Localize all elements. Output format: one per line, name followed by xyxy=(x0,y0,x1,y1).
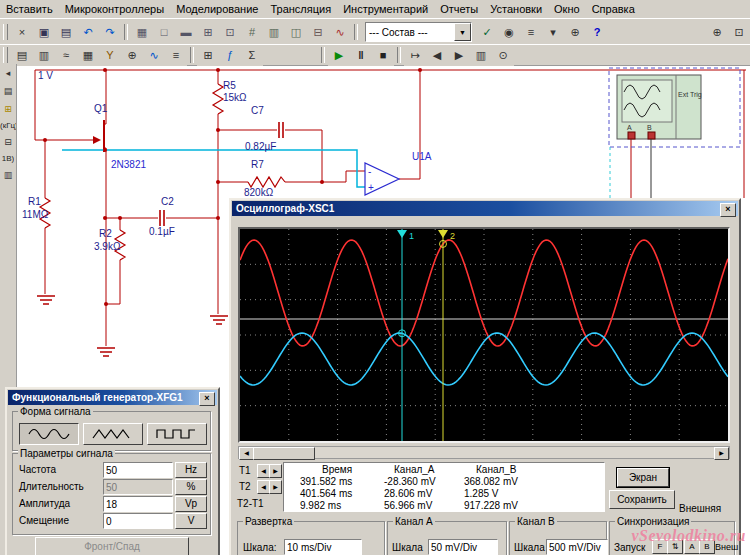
help-icon[interactable]: ? xyxy=(586,22,608,43)
redo-icon[interactable]: ↷ xyxy=(99,22,121,43)
timebase-scale-field[interactable] xyxy=(284,539,362,555)
undo-icon[interactable]: ↶ xyxy=(77,22,99,43)
amplitude-field[interactable] xyxy=(103,496,173,512)
menu-item-mcu[interactable]: Микроконтроллеры xyxy=(59,0,171,18)
cut-icon[interactable]: × xyxy=(11,22,33,43)
page-back-icon[interactable]: ◀ xyxy=(426,45,448,66)
edit-check-icon[interactable]: ✓ xyxy=(476,22,498,43)
dropdown-arrow-icon[interactable]: ▼ xyxy=(454,23,471,41)
chip-icon[interactable]: ▥ xyxy=(33,45,55,66)
channel-b-scale-field[interactable] xyxy=(546,539,608,555)
opamp-u1a[interactable]: - + xyxy=(365,163,399,195)
frequency-unit[interactable]: Hz xyxy=(175,462,207,478)
channel-a-scale-field[interactable] xyxy=(428,539,498,555)
menu-item-insert[interactable]: Вставить xyxy=(0,0,59,18)
find-icon[interactable]: ⊕ xyxy=(564,22,586,43)
triangle-wave-button[interactable] xyxy=(83,423,143,445)
selected-wire[interactable] xyxy=(62,150,365,187)
pause-icon[interactable]: ‖ xyxy=(350,45,372,66)
zoom-fit-icon[interactable]: ⊡ xyxy=(219,22,241,43)
settings-icon[interactable]: ⊙ xyxy=(492,45,514,66)
probe-icon[interactable]: Y xyxy=(99,45,121,66)
list-icon[interactable]: ≡ xyxy=(520,22,542,43)
toolbar-grip[interactable] xyxy=(3,47,8,63)
close-icon[interactable]: × xyxy=(720,203,736,217)
simulation-toolbar: ▤▥≈▦Y⊕∿≡ ⊞ƒΣ ▶‖■ ↦◀▶▥⊙ xyxy=(0,44,750,66)
sigma-icon[interactable]: Σ xyxy=(241,45,263,66)
cursor-2-flag[interactable] xyxy=(438,230,448,238)
ground-symbols[interactable] xyxy=(37,296,228,356)
menu-item-simulate[interactable]: Моделирование xyxy=(170,0,264,18)
menu-item-tools[interactable]: Инструментарий xyxy=(337,0,434,18)
variant-select[interactable]: --- Состав --- ▼ xyxy=(365,22,472,42)
amplitude-unit[interactable]: Vp xyxy=(175,496,207,512)
menu-item-help[interactable]: Справка xyxy=(586,0,641,18)
scroll-left-icon[interactable]: ◀ xyxy=(239,447,254,460)
sine-wave-button[interactable] xyxy=(19,423,79,445)
scope-display[interactable]: 12 xyxy=(240,229,728,441)
page-forward-icon[interactable]: ▶ xyxy=(448,45,470,66)
stop-icon[interactable]: ■ xyxy=(372,45,394,66)
wire-icon[interactable]: ∿ xyxy=(143,45,165,66)
spreadsheet-icon[interactable]: ▥ xyxy=(263,22,285,43)
run-icon[interactable]: ▶ xyxy=(328,45,350,66)
close-icon[interactable]: × xyxy=(199,392,215,406)
graph-icon[interactable]: ∿ xyxy=(329,22,351,43)
ruler-icon[interactable]: ▬ xyxy=(175,22,197,43)
chip-icon[interactable]: ▥ xyxy=(0,167,16,183)
pages-icon[interactable]: ▥ xyxy=(470,45,492,66)
zoom-window-icon[interactable]: ⊡ xyxy=(728,22,750,43)
grid-icon[interactable]: ▦ xyxy=(131,22,153,43)
source-icon[interactable]: ⊞ xyxy=(0,101,16,117)
t1-right-icon[interactable]: ▶ xyxy=(269,464,282,478)
grid-toggle-icon[interactable]: ⊞ xyxy=(197,45,219,66)
arrow-down-icon[interactable]: ▾ xyxy=(542,22,564,43)
menu-item-window[interactable]: Окно xyxy=(548,0,586,18)
menu-item-transfer[interactable]: Трансляция xyxy=(264,0,337,18)
bus-icon[interactable]: ≡ xyxy=(165,45,187,66)
back-arrow-icon[interactable]: ◂ xyxy=(0,65,16,81)
function-icon[interactable]: ƒ xyxy=(219,45,241,66)
screen-button[interactable]: Экран xyxy=(617,468,669,487)
database-icon[interactable]: ◫ xyxy=(285,22,307,43)
resistor-r5[interactable] xyxy=(213,84,223,114)
transistor-q1[interactable] xyxy=(93,120,104,152)
frequency-field[interactable] xyxy=(103,462,173,478)
oscilloscope-titlebar[interactable]: Осциллограф-XSC1 × xyxy=(232,201,738,216)
component-wizard-icon[interactable]: ⊟ xyxy=(307,22,329,43)
zoom-area-icon[interactable]: ⊞ xyxy=(197,22,219,43)
capacitor-c2[interactable] xyxy=(160,210,164,226)
edge-button[interactable]: Фронт/Спад xyxy=(35,537,189,555)
sheet-icon[interactable]: ▤ xyxy=(0,83,16,99)
capacitor-c7[interactable] xyxy=(279,122,283,138)
component-icon[interactable]: ⊟ xyxy=(0,134,16,150)
paste-icon[interactable]: ▤ xyxy=(55,22,77,43)
t2-right-icon[interactable]: ▶ xyxy=(269,480,282,494)
duty-unit[interactable]: % xyxy=(175,479,207,495)
square-wave-button[interactable] xyxy=(147,423,207,445)
sound-icon[interactable]: ◉ xyxy=(498,22,520,43)
crosshair-icon[interactable]: ⊕ xyxy=(121,45,143,66)
page-bounds-icon[interactable]: □ xyxy=(153,22,175,43)
scroll-thumb[interactable] xyxy=(253,447,315,460)
oscilloscope-instrument-icon[interactable]: Ext Trig A B xyxy=(617,75,702,139)
scroll-right-icon[interactable]: ▶ xyxy=(714,447,729,460)
duty-field[interactable] xyxy=(103,479,173,495)
scope-scrollbar[interactable]: ◀ ▶ xyxy=(238,446,730,459)
zoom-in-icon[interactable]: ⊕ xyxy=(706,22,728,43)
offset-field[interactable] xyxy=(103,513,173,529)
copy-icon[interactable]: ▣ xyxy=(33,22,55,43)
save-button[interactable]: Сохранить xyxy=(609,490,675,509)
cursor-1-flag[interactable] xyxy=(397,230,407,238)
memory-icon[interactable]: ▦ xyxy=(77,45,99,66)
menu-item-options[interactable]: Установки xyxy=(484,0,548,18)
step-icon[interactable]: ↦ xyxy=(404,45,426,66)
sheet-icon[interactable]: ▤ xyxy=(11,45,33,66)
offset-unit[interactable]: V xyxy=(175,513,207,529)
toolbar-grip[interactable] xyxy=(3,24,8,40)
fgen-titlebar[interactable]: Функциональный генератор-XFG1 × xyxy=(8,390,217,405)
hierarchy-icon[interactable]: # xyxy=(241,22,263,43)
resistor-r7[interactable] xyxy=(248,177,285,187)
menu-item-reports[interactable]: Отчеты xyxy=(434,0,484,18)
misc-icon[interactable]: ≈ xyxy=(55,45,77,66)
